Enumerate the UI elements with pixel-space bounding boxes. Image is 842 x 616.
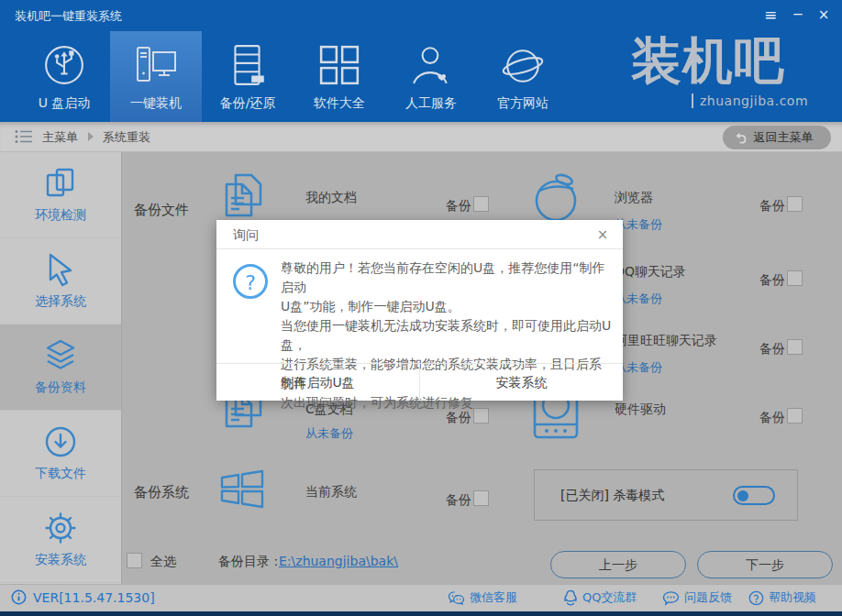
- app-title: 装机吧一键重装系统: [15, 8, 122, 25]
- breadcrumb-root[interactable]: 主菜单: [42, 129, 78, 146]
- backup-checkbox[interactable]: [787, 270, 803, 286]
- cursor-icon: [42, 251, 79, 288]
- computer-icon: [135, 44, 177, 86]
- backup-checkbox-label: 备份: [759, 272, 785, 289]
- antivirus-toggle[interactable]: [733, 486, 775, 505]
- back-to-main-menu-button[interactable]: 返回主菜单: [723, 126, 831, 149]
- apps-icon: [318, 44, 360, 86]
- backup-checkbox-label: 备份: [759, 410, 785, 426]
- nav-item-label: 一键装机: [110, 95, 202, 112]
- wechat-support-link[interactable]: 微信客服: [448, 589, 517, 606]
- brand-logo: 装机吧 zhuangjiba.com: [631, 33, 824, 121]
- inquiry-dialog: 询问 × ? 尊敬的用户！若您当前存在空闲的U盘，推荐您使用“制作启动 U盘”功…: [216, 220, 623, 401]
- qq-group-link[interactable]: QQ交流群: [563, 589, 637, 606]
- sidebar-item-label: 选择系统: [0, 293, 121, 310]
- backup-item-name: 当前系统: [305, 484, 357, 500]
- nav-bar: U 盘启动 一键装机 备份/还原 软件大全: [0, 31, 842, 122]
- nav-item-one-key-install[interactable]: 一键装机: [110, 31, 202, 122]
- nav-item-label: 官方网站: [477, 95, 569, 112]
- nav-item-usb-boot[interactable]: U 盘启动: [18, 31, 110, 122]
- backup-item-name: 阿里旺旺聊天记录: [615, 333, 717, 349]
- backup-item-name: QQ聊天记录: [615, 264, 686, 280]
- breadcrumb: 主菜单 系统重装 返回主菜单: [0, 122, 842, 152]
- title-bar: 装机吧一键重装系统 ≡ ─ ×: [0, 0, 842, 31]
- backup-checkbox[interactable]: [473, 490, 489, 506]
- list-icon: [15, 128, 33, 145]
- sidebar-item-select-system[interactable]: 选择系统: [0, 238, 121, 324]
- sidebar-item-backup-data[interactable]: 备份资料: [0, 324, 121, 411]
- back-button-label: 返回主菜单: [754, 130, 814, 144]
- dialog-close-icon[interactable]: ×: [593, 226, 612, 244]
- backup-checkbox[interactable]: [473, 196, 489, 212]
- person-icon: [410, 44, 452, 86]
- help-video-link[interactable]: 帮助视频: [748, 589, 816, 606]
- nav-item-software[interactable]: 软件大全: [294, 31, 385, 122]
- breadcrumb-arrow-icon: [88, 132, 94, 141]
- status-link-label: 问题反馈: [684, 589, 732, 606]
- backup-checkbox[interactable]: [787, 408, 803, 424]
- copy-icon: [42, 165, 79, 202]
- status-link-label: 帮助视频: [769, 589, 816, 606]
- status-link-label: 微信客服: [470, 589, 517, 606]
- nav-item-backup-restore[interactable]: 备份/还原: [202, 31, 294, 122]
- version-info: VER[11.5.47.1530]: [11, 589, 155, 605]
- sidebar: 环境检测 选择系统 备份资料 下载文件: [0, 152, 122, 584]
- chat-dots-icon: [662, 590, 680, 606]
- antivirus-mode-label: [已关闭] 杀毒模式: [560, 488, 664, 504]
- brand-logo-text: 装机吧: [631, 33, 824, 89]
- make-boot-usb-button[interactable]: 制作启动U盘: [216, 364, 420, 401]
- back-arrow-icon: [734, 131, 748, 144]
- backup-checkbox-label: 备份: [446, 492, 471, 509]
- dialog-body: ? 尊敬的用户！若您当前存在空闲的U盘，推荐您使用“制作启动 U盘”功能，制作一…: [216, 249, 623, 363]
- status-link-label: QQ交流群: [582, 589, 637, 606]
- sidebar-item-env-check[interactable]: 环境检测: [0, 152, 121, 238]
- nav-item-label: U 盘启动: [18, 95, 110, 112]
- menu-icon[interactable]: ≡: [759, 4, 781, 26]
- backup-checkbox[interactable]: [787, 196, 803, 212]
- dialog-title-bar: 询问 ×: [216, 220, 623, 249]
- usb-icon: [43, 44, 85, 86]
- backup-checkbox-label: 备份: [446, 198, 471, 214]
- sidebar-item-label: 安装系统: [0, 552, 121, 568]
- windows-icon: [218, 468, 266, 512]
- backup-checkbox[interactable]: [787, 339, 803, 355]
- dialog-title: 询问: [233, 227, 259, 244]
- window-bottom-strip: [0, 611, 842, 616]
- nav-item-label: 软件大全: [294, 95, 385, 112]
- close-icon[interactable]: ×: [813, 4, 835, 26]
- help-icon: [748, 590, 764, 606]
- backup-system-section-label: 备份系统: [134, 484, 189, 501]
- minimize-icon[interactable]: ─: [787, 4, 809, 26]
- nav-item-human-service[interactable]: 人工服务: [385, 31, 477, 122]
- browser-icon: [532, 170, 582, 224]
- select-all-checkbox[interactable]: [127, 553, 142, 568]
- nav-item-official-site[interactable]: 官方网站: [477, 31, 569, 122]
- next-step-button[interactable]: 下一步: [697, 551, 833, 578]
- backup-dir-link[interactable]: E:\zhuangjiba\bak\: [279, 554, 398, 568]
- documents-icon: [220, 172, 264, 220]
- sidebar-item-label: 备份资料: [0, 380, 121, 396]
- backup-dir-label: 备份目录：: [218, 554, 283, 570]
- feedback-link[interactable]: 问题反馈: [662, 589, 732, 606]
- breadcrumb-current: 系统重装: [103, 129, 150, 146]
- layers-icon: [42, 337, 79, 374]
- globe-icon: [502, 44, 544, 86]
- dialog-footer: 制作启动U盘 安装系统: [216, 363, 623, 401]
- nav-item-label: 人工服务: [385, 95, 477, 112]
- select-all-label: 全选: [150, 554, 176, 570]
- backup-item-name: 浏览器: [615, 190, 653, 206]
- qq-icon: [563, 589, 578, 606]
- sidebar-item-label: 下载文件: [0, 466, 121, 482]
- logo-divider: [692, 94, 693, 108]
- sidebar-item-label: 环境检测: [0, 207, 121, 224]
- antivirus-mode-box: [已关闭] 杀毒模式: [534, 469, 798, 521]
- backup-item-name: 硬件驱动: [615, 402, 666, 418]
- question-icon: ?: [233, 264, 268, 299]
- sidebar-item-install-system[interactable]: 安装系统: [0, 497, 121, 583]
- toggle-knob: [737, 490, 748, 501]
- server-icon: [227, 44, 269, 86]
- prev-step-button[interactable]: 上一步: [550, 551, 686, 578]
- sidebar-item-download-files[interactable]: 下载文件: [0, 411, 121, 497]
- install-system-button[interactable]: 安装系统: [420, 364, 623, 401]
- wechat-icon: [448, 590, 465, 606]
